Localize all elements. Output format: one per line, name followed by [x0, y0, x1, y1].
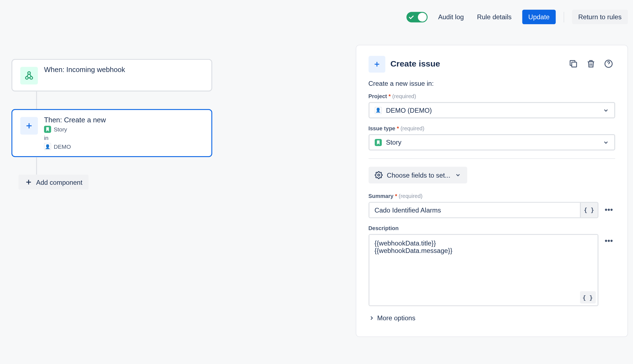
panel-title: Create issue: [390, 59, 440, 68]
story-icon: [375, 139, 382, 146]
svg-point-2: [28, 72, 31, 75]
issuetype-select[interactable]: Story: [368, 134, 615, 150]
required-hint: (required): [400, 125, 424, 131]
action-in-label: in: [44, 135, 48, 141]
update-button[interactable]: Update: [522, 10, 556, 24]
rule-flow: When: Incoming webhook Then: Create a ne…: [12, 59, 212, 189]
action-title: Then: Create a new: [44, 116, 106, 124]
required-hint: (required): [399, 193, 423, 199]
chevron-down-icon: [603, 139, 609, 145]
issuetype-value: Story: [386, 139, 401, 146]
summary-input[interactable]: [369, 203, 580, 217]
smart-values-button[interactable]: { }: [580, 203, 597, 217]
issuetype-label: Issue type: [368, 125, 395, 131]
trigger-card[interactable]: When: Incoming webhook: [12, 59, 212, 91]
return-to-rules-button[interactable]: Return to rules: [572, 10, 628, 24]
plus-icon: [20, 117, 38, 135]
copy-icon[interactable]: [566, 57, 580, 70]
gear-icon: [375, 171, 383, 179]
add-component-label: Add component: [36, 178, 82, 186]
panel-intro: Create a new issue in:: [368, 80, 615, 87]
trash-icon[interactable]: [584, 57, 597, 70]
description-input[interactable]: [369, 235, 597, 305]
connector-line: [36, 157, 37, 175]
audit-log-button[interactable]: Audit log: [435, 10, 466, 24]
action-config-panel: Create issue Create a new issue in: Proj…: [356, 45, 628, 337]
description-label: Description: [368, 225, 399, 231]
project-value: DEMO (DEMO): [386, 106, 432, 114]
add-component-button[interactable]: Add component: [18, 175, 89, 189]
toolbar-divider: [564, 12, 564, 22]
project-select[interactable]: 👤 DEMO (DEMO): [368, 102, 615, 118]
more-options-icon[interactable]: •••: [603, 234, 615, 246]
smart-values-button[interactable]: { }: [580, 291, 596, 304]
rule-enabled-toggle[interactable]: [406, 12, 428, 22]
chevron-down-icon: [603, 107, 609, 113]
top-toolbar: Audit log Rule details Update Return to …: [406, 10, 628, 24]
project-label: Project: [368, 93, 387, 99]
trigger-title: When: Incoming webhook: [44, 66, 125, 74]
summary-label: Summary: [368, 193, 393, 199]
plus-icon: [25, 178, 33, 186]
action-card[interactable]: Then: Create a new Story in 👤 DEMO: [12, 109, 212, 157]
project-icon: 👤: [44, 143, 51, 150]
svg-point-0: [26, 76, 28, 79]
help-icon[interactable]: [602, 57, 615, 70]
action-project: DEMO: [54, 143, 71, 150]
divider: [368, 158, 615, 159]
more-options-label: More options: [377, 314, 415, 321]
choose-fields-button[interactable]: Choose fields to set...: [368, 167, 467, 183]
svg-rect-3: [572, 62, 577, 67]
plus-icon: [368, 56, 385, 73]
chevron-down-icon: [455, 172, 461, 178]
action-issuetype: Story: [54, 126, 67, 133]
more-options-icon[interactable]: •••: [603, 202, 615, 218]
rule-details-button[interactable]: Rule details: [474, 10, 514, 24]
webhook-icon: [20, 67, 38, 84]
project-icon: 👤: [375, 107, 382, 114]
svg-point-1: [30, 76, 33, 79]
svg-point-5: [378, 174, 380, 176]
more-options-toggle[interactable]: More options: [368, 314, 615, 321]
connector-line: [36, 92, 37, 109]
story-icon: [44, 126, 51, 133]
choose-fields-label: Choose fields to set...: [387, 171, 451, 179]
chevron-right-icon: [368, 315, 374, 321]
required-hint: (required): [392, 93, 416, 99]
